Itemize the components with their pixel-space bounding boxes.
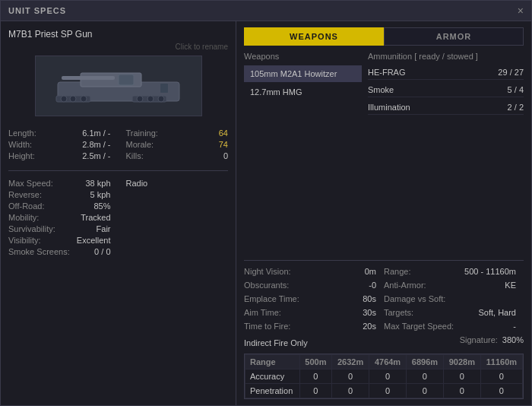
width-value: 2.8m / -: [82, 140, 110, 149]
svg-rect-11: [119, 75, 134, 85]
weapon-stats: Night Vision: 0m Range: 500 - 11160m Obs…: [244, 260, 524, 347]
offroad-row: Off-Road: 85%: [8, 201, 111, 211]
reverse-row: Reverse: 5 kph: [8, 190, 111, 199]
accuracy-2632: 0: [332, 370, 369, 384]
radio-label: Radio: [126, 179, 148, 188]
obscurants-value: -0: [369, 281, 376, 290]
max-target-value: -: [513, 322, 516, 331]
weapon-stats-grid: Night Vision: 0m Range: 500 - 11160m Obs…: [244, 267, 524, 333]
signature-value: 380%: [502, 335, 524, 345]
smoke-label: Smoke Screens:: [8, 247, 70, 256]
tab-weapons[interactable]: WEAPONS: [244, 27, 384, 46]
range-table: Range 500m 2632m 4764m 6896m 9028m 11160…: [244, 354, 524, 399]
range-data-table: Range 500m 2632m 4764m 6896m 9028m 11160…: [245, 354, 523, 398]
divider-1: [8, 170, 228, 171]
accuracy-11160: 0: [480, 370, 522, 384]
visibility-label: Visibility:: [8, 236, 41, 245]
length-label: Length:: [8, 128, 36, 138]
radio-row: Radio: [126, 179, 229, 188]
time-to-fire-value: 20s: [363, 322, 376, 331]
reverse-label: Reverse:: [8, 190, 42, 199]
max-speed-row: Max Speed: 38 kph: [8, 179, 111, 188]
table-row-penetration: Penetration 0 0 0 0 0 0: [245, 384, 523, 398]
night-vision-label: Night Vision:: [244, 267, 291, 276]
targets-value: Soft, Hard: [478, 308, 516, 317]
aim-row: Aim Time: 30s: [244, 308, 384, 317]
ammo-name-2: Illumination: [368, 103, 410, 112]
tab-armor[interactable]: ARMOR: [384, 27, 524, 46]
weapons-list: Weapons 105mm M2A1 Howitzer 12.7mm HMG: [244, 52, 362, 254]
unit-name: M7B1 Priest SP Gun: [8, 29, 228, 40]
night-vision-value: 0m: [365, 267, 376, 276]
time-to-fire-label: Time to Fire:: [244, 322, 290, 331]
mobility-type-row: Mobility: Tracked: [8, 213, 111, 222]
rename-hint[interactable]: Click to rename: [8, 43, 228, 51]
col-header-500: 500m: [299, 355, 332, 370]
penetration-4764: 0: [369, 384, 407, 398]
max-target-label: Max Target Speed:: [384, 322, 454, 331]
length-row: Length: 6.1m / -: [8, 128, 111, 138]
col-header-9028: 9028m: [443, 355, 480, 370]
obscurants-row: Obscurants: -0: [244, 281, 384, 290]
main-content: M7B1 Priest SP Gun Click to rename: [1, 21, 531, 405]
ammo-value-2: 2 / 2: [508, 103, 524, 112]
title-bar: UNIT SPECS ×: [1, 1, 531, 21]
mobility-type-value: Tracked: [81, 213, 110, 222]
visibility-value: Excellent: [77, 236, 111, 245]
ammo-row-1: Smoke 5 / 4: [368, 83, 524, 97]
aim-value: 30s: [363, 308, 376, 317]
width-row: Width: 2.8m / -: [8, 140, 111, 149]
close-button[interactable]: ×: [518, 5, 524, 16]
penetration-11160: 0: [480, 384, 522, 398]
night-vision-row: Night Vision: 0m: [244, 267, 384, 276]
dmg-soft-label: Damage vs Soft:: [384, 294, 445, 303]
indirect-fire-label: Indirect Fire Only: [244, 338, 308, 347]
anti-armor-row: Anti-Armor: KE: [384, 281, 524, 290]
obscurants-label: Obscurants:: [244, 281, 289, 290]
survivability-value: Fair: [97, 224, 111, 233]
signature-row: Signature: 380%: [460, 335, 524, 345]
length-value: 6.1m / -: [82, 128, 110, 138]
smoke-row: Smoke Screens: 0 / 0: [8, 247, 111, 256]
emplace-label: Emplace Time:: [244, 294, 299, 303]
training-label: Training:: [126, 128, 158, 138]
col-header-11160: 11160m: [480, 355, 522, 370]
ammo-name-1: Smoke: [368, 85, 394, 94]
mobility-stats: Max Speed: 38 kph Reverse: 5 kph Off-Roa…: [8, 179, 228, 259]
range-label: Range:: [384, 267, 410, 276]
accuracy-label: Accuracy: [245, 370, 300, 384]
svg-point-6: [70, 96, 76, 102]
left-panel: M7B1 Priest SP Gun Click to rename: [1, 21, 236, 405]
penetration-label: Penetration: [245, 384, 300, 398]
ammo-value-0: 29 / 27: [498, 68, 524, 77]
targets-row: Targets: Soft, Hard: [384, 308, 524, 317]
ammo-name-0: HE-FRAG: [368, 68, 406, 77]
height-label: Height:: [8, 151, 35, 160]
dimensions-col: Length: 6.1m / - Width: 2.8m / - Height:…: [8, 128, 111, 163]
weapon-item-0[interactable]: 105mm M2A1 Howitzer: [244, 65, 362, 82]
anti-armor-label: Anti-Armor:: [384, 281, 426, 290]
ammo-value-1: 5 / 4: [508, 85, 524, 94]
unit-specs-window: UNIT SPECS × M7B1 Priest SP Gun Click to…: [0, 0, 532, 406]
morale-row: Morale: 74: [126, 140, 229, 149]
max-speed-value: 38 kph: [85, 179, 110, 188]
survivability-row: Survivability: Fair: [8, 224, 111, 233]
training-value: 64: [219, 128, 228, 138]
accuracy-500: 0: [299, 370, 332, 384]
col-header-4764: 4764m: [369, 355, 407, 370]
signature-label: Signature:: [460, 335, 498, 345]
unit-image: [35, 56, 202, 116]
anti-armor-value: KE: [505, 281, 516, 290]
height-row: Height: 2.5m / -: [8, 151, 111, 160]
max-target-row: Max Target Speed: -: [384, 322, 524, 331]
weapons-content: Weapons 105mm M2A1 Howitzer 12.7mm HMG A…: [244, 52, 524, 254]
ammo-row-2: Illumination 2 / 2: [368, 100, 524, 115]
weapon-item-1[interactable]: 12.7mm HMG: [244, 84, 362, 100]
penetration-6896: 0: [406, 384, 443, 398]
ammo-header: Ammunition [ ready / stowed ]: [368, 52, 524, 61]
mobility-type-label: Mobility:: [8, 213, 39, 222]
indirect-signature-row: Indirect Fire Only Signature: 380%: [244, 335, 524, 347]
ammo-row-0: HE-FRAG 29 / 27: [368, 65, 524, 80]
aim-label: Aim Time:: [244, 308, 281, 317]
survivability-label: Survivability:: [8, 224, 55, 233]
